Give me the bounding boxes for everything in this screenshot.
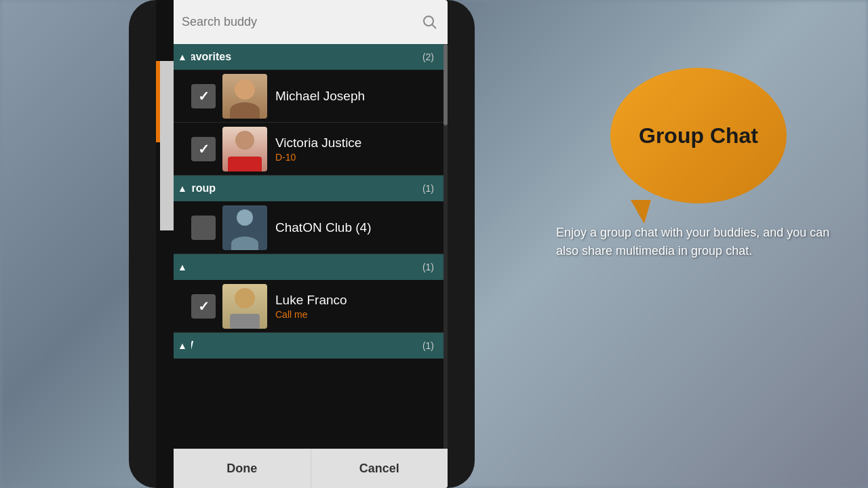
section-l-header: L (1) bbox=[174, 254, 443, 280]
right-panel: Group Chat Enjoy a group chat with your … bbox=[556, 68, 841, 260]
section-w-header: W (1) bbox=[174, 333, 443, 359]
section-w-count: (1) bbox=[422, 340, 434, 351]
avatar-victoria bbox=[222, 127, 267, 171]
contact-info-chaton: ChatON Club (4) bbox=[275, 220, 443, 235]
section-favorites-count: (2) bbox=[422, 52, 434, 62]
scrollbar-thumb[interactable] bbox=[443, 44, 448, 125]
avatar-luke bbox=[222, 284, 267, 329]
contact-row-victoria[interactable]: Victoria Justice D-10 bbox=[174, 123, 443, 176]
speech-bubble: Group Chat bbox=[610, 68, 787, 203]
section-l-count: (1) bbox=[422, 262, 434, 272]
section-group-header: Group (1) bbox=[174, 176, 443, 201]
contact-name-luke: Luke Franco bbox=[275, 293, 443, 308]
side-bar-white bbox=[160, 61, 174, 230]
checkbox-michael[interactable] bbox=[191, 84, 216, 108]
checkbox-victoria[interactable] bbox=[191, 137, 216, 161]
scrollbar-track bbox=[443, 44, 448, 449]
l-collapse-arrow[interactable]: ▲ bbox=[174, 254, 191, 280]
contact-info-michael: Michael Joseph bbox=[275, 89, 443, 104]
bottom-buttons: Done Cancel bbox=[174, 449, 448, 488]
svg-line-1 bbox=[432, 24, 436, 28]
contact-status-luke: Call me bbox=[275, 309, 443, 320]
contact-name-michael: Michael Joseph bbox=[275, 89, 443, 104]
done-button[interactable]: Done bbox=[174, 449, 311, 488]
phone-screen: Favorites (2) ▲ Michael Joseph bbox=[156, 0, 448, 488]
avatar-chaton bbox=[222, 205, 267, 250]
search-bar bbox=[174, 0, 448, 44]
section-favorites-header: Favorites (2) bbox=[174, 44, 443, 70]
avatar-michael bbox=[222, 74, 267, 119]
contact-name-victoria: Victoria Justice bbox=[275, 136, 443, 150]
w-collapse-arrow[interactable]: ▲ bbox=[174, 333, 191, 359]
bubble-description: Enjoy a group chat with your buddies, an… bbox=[556, 224, 841, 260]
contact-info-luke: Luke Franco Call me bbox=[275, 293, 443, 320]
contact-name-chaton: ChatON Club (4) bbox=[275, 220, 443, 235]
checkbox-chaton[interactable] bbox=[191, 216, 216, 240]
list-area: Favorites (2) ▲ Michael Joseph bbox=[174, 44, 448, 449]
svg-point-0 bbox=[424, 16, 433, 26]
contact-status-victoria: D-10 bbox=[275, 152, 443, 163]
contact-row-michael[interactable]: Michael Joseph bbox=[174, 70, 443, 123]
contact-row-luke[interactable]: Luke Franco Call me bbox=[174, 280, 443, 333]
search-input[interactable] bbox=[182, 15, 420, 29]
list-inner: Favorites (2) ▲ Michael Joseph bbox=[174, 44, 443, 449]
section-group-count: (1) bbox=[422, 183, 434, 194]
bubble-title: Group Chat bbox=[625, 123, 772, 148]
cancel-button[interactable]: Cancel bbox=[311, 449, 448, 488]
phone: Favorites (2) ▲ Michael Joseph bbox=[129, 0, 475, 488]
contact-row-chaton[interactable]: ChatON Club (4) bbox=[174, 201, 443, 254]
favorites-collapse-arrow[interactable]: ▲ bbox=[174, 44, 191, 70]
search-icon[interactable] bbox=[420, 13, 439, 32]
group-collapse-arrow[interactable]: ▲ bbox=[174, 176, 191, 201]
contact-info-victoria: Victoria Justice D-10 bbox=[275, 136, 443, 163]
checkbox-luke[interactable] bbox=[191, 294, 216, 319]
